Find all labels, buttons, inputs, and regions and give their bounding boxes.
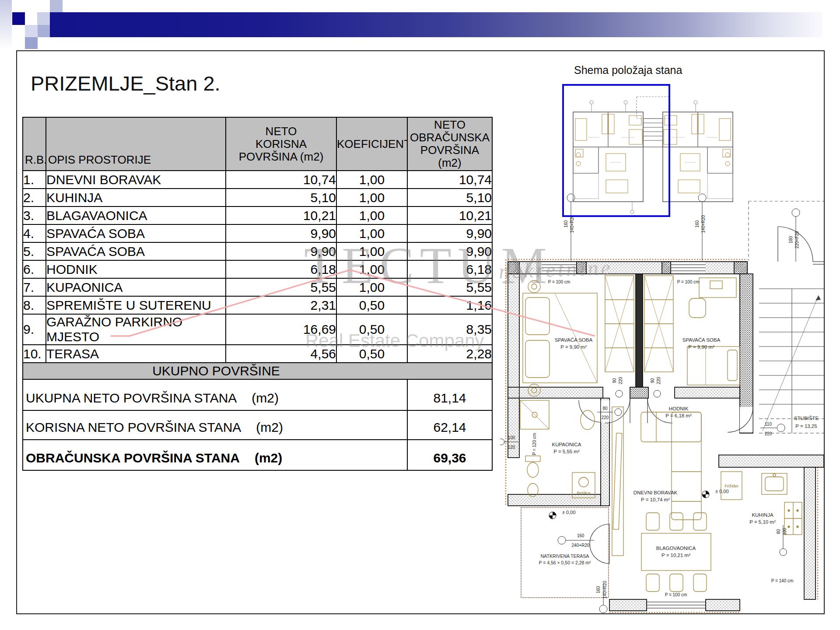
floor-plan: SPAVAĆA SOBA P = 9,90 m² SPAVAĆA SOBA P …	[500, 188, 824, 615]
cell-koef: 1,00	[336, 278, 407, 296]
total-unit: (m2)	[252, 391, 279, 406]
room-area: P = 5,55 m²	[553, 449, 580, 454]
cell-opis: KUPAONICA	[46, 278, 226, 296]
cell-rb: 9.	[23, 314, 46, 345]
header-square-navy	[12, 12, 25, 25]
cell-obr: 5,10	[407, 189, 492, 206]
table-row: 9.GARAŽNO PARKIRNO MJESTO16,690,508,35	[23, 314, 492, 345]
room-area: P = 9,90 m²	[688, 344, 714, 350]
dim-text: 160	[695, 220, 700, 228]
dim-text: 100	[782, 528, 787, 535]
col-header-neto: NETO KORISNA POVRŠINA (m2)	[226, 117, 336, 171]
cell-opis: TERASA	[46, 345, 226, 363]
cell-rb: 6.	[23, 260, 46, 278]
cell-neto: 6,18	[226, 260, 336, 278]
total-row: KORISNA NETO POVRŠINA STANA(m2)62,14	[23, 410, 492, 440]
cell-neto: 4,56	[226, 345, 336, 363]
cell-koef: 1,00	[336, 206, 407, 224]
cell-rb: 4.	[23, 224, 46, 242]
totals-header-label: UKUPNO POVRŠINE	[23, 363, 492, 379]
room-area: P = 5,10 m²	[749, 519, 776, 525]
total-value: 81,14	[407, 379, 492, 410]
cell-koef: 1,00	[336, 189, 407, 206]
cell-obr: 10,74	[407, 171, 492, 189]
col-header-obr: NETO OBRAČUNSKA POVRŠINA (m2)	[407, 117, 492, 171]
cell-opis: BLAGAVAONICA	[46, 206, 226, 224]
cell-obr: 1,16	[407, 296, 492, 314]
dim-text: P = 100 cm	[677, 280, 700, 284]
dim-text: 160	[577, 533, 584, 538]
room-area: P = 13,25	[795, 424, 817, 429]
fridge-label: Frižider	[724, 483, 738, 488]
header-square-light	[37, 12, 50, 25]
table-header-row: R.B. OPIS PROSTORIJE NETO KORISNA POVRŠI…	[23, 117, 492, 171]
cell-koef: 0,50	[336, 296, 407, 314]
cell-opis: SPREMIŠTE U SUTERENU	[46, 296, 226, 314]
table-row: 4.SPAVAĆA SOBA9,901,009,90	[23, 224, 492, 242]
slide: { "page": { "title": "PRIZEMLJE_Stan 2."…	[0, 0, 840, 630]
dim-text: P = 140 cm	[771, 578, 794, 583]
header-square-row2b	[38, 25, 50, 37]
room-label: KUPAONICA	[552, 442, 581, 447]
cell-obr: 5,55	[407, 278, 492, 296]
room-area: P = 6,18 m²	[665, 413, 692, 418]
cell-opis: SPAVAĆA SOBA	[46, 242, 226, 260]
dim-text: 220	[765, 431, 772, 436]
total-label: UKUPNA NETO POVRŠINA STANA(m2)	[23, 379, 407, 410]
cell-obr: 2,28	[407, 345, 492, 363]
cell-neto: 5,55	[226, 278, 336, 296]
cell-koef: 1,00	[336, 171, 407, 189]
table-row: 10.TERASA4,560,502,28	[23, 345, 492, 363]
dim-text: 90	[650, 378, 655, 383]
table-row: 8.SPREMIŠTE U SUTERENU2,310,501,16	[23, 296, 492, 314]
header-gradient-bar	[50, 12, 822, 37]
cell-koef: 0,50	[336, 345, 407, 363]
col-header-rb: R.B.	[23, 117, 46, 171]
level-label: ± 0,00	[562, 510, 576, 515]
dim-text: 240+R20	[572, 543, 590, 548]
header-square-top	[50, 0, 63, 12]
total-value: 69,36	[407, 440, 492, 470]
dim-text: 100	[508, 435, 515, 440]
header-square-row2a	[25, 25, 38, 37]
dim-text: P = 100 cm	[665, 592, 687, 597]
dim-text: 160	[564, 220, 568, 228]
room-area: P = 10,21 m²	[662, 553, 690, 558]
cell-rb: 10.	[23, 345, 46, 363]
dim-text: 120	[508, 445, 515, 450]
cell-neto: 5,10	[226, 189, 336, 206]
dim-text: 140+R20	[570, 215, 574, 233]
terrace-outline	[521, 508, 609, 598]
col-header-koef: KOEFICIJENT	[336, 117, 407, 171]
cell-neto: 9,90	[226, 224, 336, 242]
total-unit: (m2)	[255, 451, 282, 466]
cell-obr: 9,90	[407, 242, 492, 260]
cell-rb: 3.	[23, 206, 46, 224]
room-label: SPAVAĆA SOBA	[682, 337, 721, 343]
room-label: HODNIK	[669, 406, 689, 411]
dim-text: 220	[618, 377, 623, 384]
washer-label: Perilica	[577, 490, 591, 495]
header-square-row3	[25, 37, 38, 49]
cell-koef: 0,50	[336, 314, 407, 345]
col-header-opis: OPIS PROSTORIJE	[46, 117, 226, 171]
room-label: STUBIŠTE	[794, 416, 819, 421]
cell-neto: 2,31	[226, 296, 336, 314]
table-body: R.B. OPIS PROSTORIJE NETO KORISNA POVRŠI…	[23, 117, 492, 470]
cell-opis: GARAŽNO PARKIRNO MJESTO	[46, 314, 226, 345]
cell-obr: 8,35	[407, 314, 492, 345]
staircase	[759, 289, 824, 433]
cell-neto: 9,90	[226, 242, 336, 260]
dim-text: P = 100 cm	[548, 280, 570, 284]
cell-opis: DNEVNI BORAVAK	[46, 171, 226, 189]
cell-neto: 16,69	[226, 314, 336, 345]
dimension-markers	[500, 194, 800, 613]
cell-koef: 1,00	[336, 224, 407, 242]
cell-obr: 9,90	[407, 224, 492, 242]
dim-text: 140+R20	[602, 581, 607, 598]
dim-text: 80	[602, 406, 608, 411]
dim-text: 140+R20	[701, 215, 706, 233]
cell-opis: HODNIK	[46, 260, 226, 278]
room-label: NATKRIVENA TERASA	[541, 553, 589, 559]
table-row: 3.BLAGAVAONICA10,211,0010,21	[23, 206, 492, 224]
